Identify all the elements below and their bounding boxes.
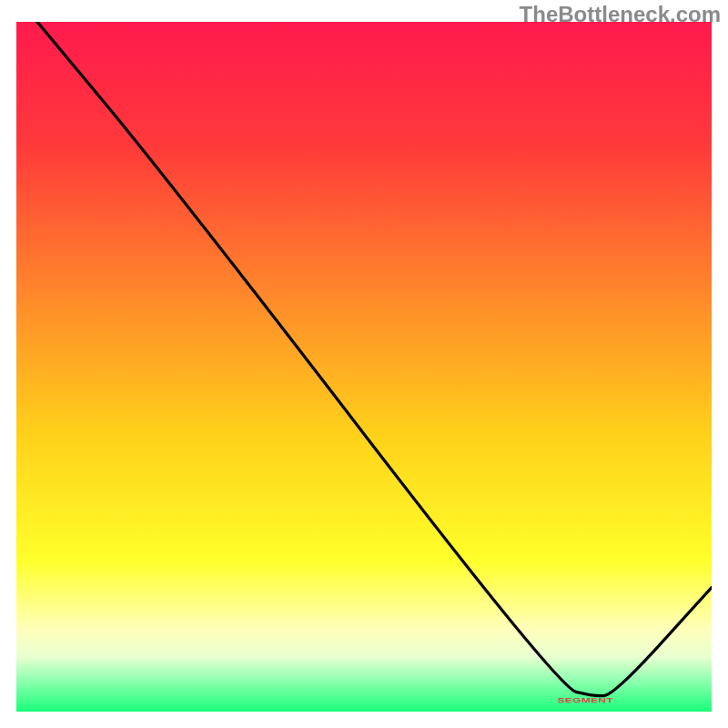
chart-area: SEGMENT [16, 22, 712, 712]
watermark: TheBottleneck.com [520, 2, 721, 27]
chart-svg [16, 22, 712, 712]
chart-background [16, 22, 712, 712]
min-segment-label: SEGMENT [557, 697, 612, 704]
